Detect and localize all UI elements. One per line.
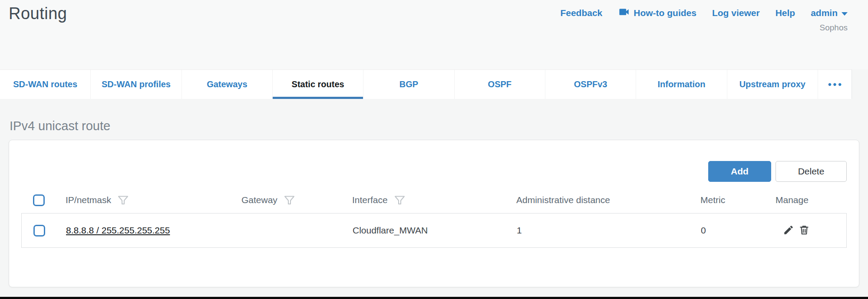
select-all-checkbox[interactable]: [33, 194, 45, 206]
column-manage: Manage: [776, 195, 809, 205]
top-nav: Feedback How-to guides Log viewer Help a…: [560, 6, 848, 33]
how-to-guides-link[interactable]: How-to guides: [618, 6, 696, 20]
column-gateway: Gateway: [241, 195, 277, 205]
filter-icon[interactable]: [394, 194, 406, 206]
edit-button[interactable]: [783, 224, 794, 237]
page-title: Routing: [9, 4, 67, 23]
route-ip-netmask-link[interactable]: 8.8.8.8 / 255.255.255.255: [66, 225, 170, 235]
routes-card: Add Delete IP/netmask Gateway: [9, 140, 859, 287]
tab-ospf[interactable]: OSPF: [454, 70, 545, 99]
delete-row-button[interactable]: [799, 224, 810, 237]
route-metric: 0: [701, 225, 767, 236]
tab-overflow-menu[interactable]: •••: [818, 70, 851, 99]
delete-button[interactable]: Delete: [776, 161, 847, 182]
chevron-down-icon: [842, 12, 848, 16]
feedback-link[interactable]: Feedback: [560, 8, 602, 18]
help-label: Help: [776, 8, 795, 18]
tab-sdwan-profiles[interactable]: SD-WAN profiles: [90, 70, 181, 99]
column-ip-netmask: IP/netmask: [66, 195, 111, 205]
log-viewer-link[interactable]: Log viewer: [712, 8, 760, 18]
section-title: IPv4 unicast route: [10, 119, 859, 133]
screen-bottom-edge: [0, 297, 868, 299]
row-checkbox[interactable]: [33, 225, 45, 237]
add-button[interactable]: Add: [708, 161, 771, 182]
filter-icon[interactable]: [117, 194, 129, 206]
pencil-icon: [783, 224, 794, 237]
column-interface: Interface: [352, 195, 388, 205]
route-interface: Cloudflare_MWAN: [353, 225, 517, 236]
help-link[interactable]: Help: [776, 8, 795, 18]
feedback-label: Feedback: [560, 8, 602, 18]
how-to-guides-label: How-to guides: [634, 8, 696, 18]
admin-label: admin: [811, 8, 838, 18]
tab-information[interactable]: Information: [636, 70, 726, 99]
admin-menu[interactable]: admin: [811, 8, 848, 18]
routing-tabbar: SD-WAN routes SD-WAN profiles Gateways S…: [0, 69, 852, 99]
tab-upstream-proxy[interactable]: Upstream proxy: [727, 70, 818, 99]
filter-icon[interactable]: [284, 194, 295, 206]
table-header-row: IP/netmask Gateway Interface: [21, 187, 847, 213]
brand-label: Sophos: [560, 23, 848, 33]
main-content: IPv4 unicast route Add Delete IP/netmask…: [9, 119, 859, 287]
table-toolbar: Add Delete: [21, 161, 847, 182]
page-header: Routing Feedback How-to guides Log viewe…: [0, 0, 868, 69]
video-camera-icon: [618, 6, 630, 20]
trash-icon: [799, 224, 810, 237]
tab-ospfv3[interactable]: OSPFv3: [545, 70, 636, 99]
column-administrative-distance: Administrative distance: [516, 195, 610, 205]
tab-bgp[interactable]: BGP: [363, 70, 454, 99]
log-viewer-label: Log viewer: [712, 8, 760, 18]
tab-sdwan-routes[interactable]: SD-WAN routes: [0, 70, 90, 99]
column-metric: Metric: [700, 195, 725, 205]
tab-gateways[interactable]: Gateways: [182, 70, 272, 99]
route-administrative-distance: 1: [517, 225, 701, 236]
table-row: 8.8.8.8 / 255.255.255.255 Cloudflare_MWA…: [21, 213, 847, 248]
tab-static-routes[interactable]: Static routes: [272, 70, 363, 99]
